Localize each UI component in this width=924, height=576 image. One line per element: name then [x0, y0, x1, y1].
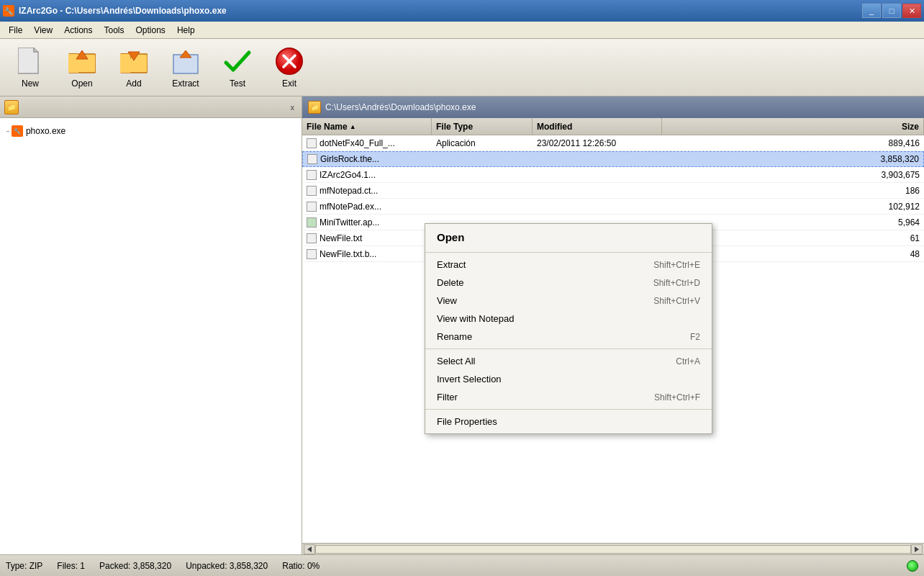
menu-view[interactable]: View — [28, 24, 58, 37]
file-icon — [307, 138, 317, 148]
status-type: Type: ZIP — [6, 561, 42, 571]
table-row[interactable]: mfNotePad.ex... 102,912 — [302, 199, 924, 215]
file-name-cell: mfNotePad.ex... — [302, 202, 432, 212]
menu-bar: File View Actions Tools Options Help — [0, 22, 924, 39]
tree-file-icon: 🔧 — [12, 125, 23, 137]
status-bar: Type: ZIP Files: 1 Packed: 3,858,320 Unp… — [0, 554, 924, 576]
ctx-view[interactable]: View Shift+Ctrl+V — [425, 292, 712, 310]
window-title: IZArc2Go - C:\Users\Andrés\Downloads\pho… — [19, 6, 227, 16]
exit-button[interactable]: Exit — [265, 43, 314, 92]
title-bar-left: 🔧 IZArc2Go - C:\Users\Andrés\Downloads\p… — [3, 5, 227, 17]
ctx-rename-label: Rename — [437, 331, 472, 342]
ctx-select-all-label: Select All — [437, 356, 475, 366]
ctx-select-all-shortcut: Ctrl+A — [676, 356, 700, 366]
right-panel-icon: 📁 — [308, 101, 321, 114]
ctx-view-label: View — [437, 295, 457, 306]
right-panel-path: C:\Users\Andrés\Downloads\phoxo.exe — [325, 102, 476, 112]
left-panel-icon: 📁 — [4, 100, 19, 114]
col-header-size[interactable]: Size — [662, 118, 924, 135]
title-bar: 🔧 IZArc2Go - C:\Users\Andrés\Downloads\p… — [0, 0, 924, 22]
tree-dots: ····· — [6, 127, 9, 135]
menu-tools[interactable]: Tools — [99, 24, 130, 37]
file-size-cell: 3,903,675 — [662, 170, 924, 180]
scrollbar-right-button[interactable] — [911, 544, 923, 554]
file-name-cell: GirlsRock.the... — [303, 154, 432, 164]
add-icon — [119, 47, 148, 76]
ctx-filter-shortcut: Shift+Ctrl+F — [654, 392, 700, 402]
file-icon — [307, 186, 317, 196]
exit-label: Exit — [282, 78, 296, 89]
ctx-filter[interactable]: Filter Shift+Ctrl+F — [425, 388, 712, 406]
ctx-open[interactable]: Open — [425, 227, 712, 249]
file-size-cell: 186 — [662, 186, 924, 196]
close-button[interactable]: ✕ — [902, 4, 921, 18]
file-name-cell: IZArc2Go4.1... — [302, 170, 432, 180]
extract-button[interactable]: Extract — [161, 43, 210, 92]
scrollbar-left-button[interactable] — [304, 544, 315, 554]
ctx-rename[interactable]: Rename F2 — [425, 328, 712, 346]
menu-help[interactable]: Help — [171, 24, 201, 37]
file-tree: ····· 🔧 phoxo.exe — [0, 118, 302, 554]
ctx-filter-label: Filter — [437, 392, 458, 402]
ctx-select-all[interactable]: Select All Ctrl+A — [425, 352, 712, 370]
file-icon — [307, 170, 317, 180]
horizontal-scrollbar — [302, 543, 924, 554]
ctx-delete[interactable]: Delete Shift+Ctrl+D — [425, 274, 712, 292]
ctx-invert-selection-label: Invert Selection — [437, 374, 502, 384]
scrollbar-track[interactable] — [315, 545, 911, 554]
col-header-name[interactable]: File Name ▲ — [302, 118, 432, 135]
ctx-invert-selection[interactable]: Invert Selection — [425, 370, 712, 388]
col-header-type[interactable]: File Type — [432, 118, 533, 135]
file-name-cell: MiniTwitter.ap... — [302, 217, 432, 228]
file-list-header: File Name ▲ File Type Modified Size — [302, 118, 924, 135]
left-panel-header: 📁 x — [0, 96, 302, 118]
new-button[interactable]: New — [6, 43, 55, 92]
menu-options[interactable]: Options — [130, 24, 171, 37]
ctx-file-properties[interactable]: File Properties — [425, 413, 712, 431]
status-unpacked: Unpacked: 3,858,320 — [186, 561, 268, 571]
menu-actions[interactable]: Actions — [58, 24, 98, 37]
ctx-extract[interactable]: Extract Shift+Ctrl+E — [425, 256, 712, 274]
svg-marker-11 — [180, 50, 191, 58]
open-icon — [68, 47, 96, 76]
right-arrow-icon — [915, 546, 919, 552]
status-packed: Packed: 3,858,320 — [99, 561, 171, 571]
file-name-cell: dotNetFx40_Full_... — [302, 138, 432, 148]
menu-file[interactable]: File — [3, 24, 28, 37]
ctx-view-shortcut: Shift+Ctrl+V — [653, 296, 700, 306]
exit-icon — [275, 47, 304, 76]
table-row[interactable]: IZArc2Go4.1... 3,903,675 — [302, 167, 924, 183]
ctx-separator-3 — [425, 409, 712, 410]
window-controls: _ □ ✕ — [862, 4, 921, 18]
svg-marker-1 — [34, 48, 38, 52]
col-header-modified[interactable]: Modified — [533, 118, 662, 135]
left-panel-close[interactable]: x — [288, 102, 298, 113]
open-label: Open — [71, 78, 92, 89]
left-panel: 📁 x ····· 🔧 phoxo.exe — [0, 96, 302, 554]
ctx-delete-shortcut: Shift+Ctrl+D — [653, 278, 700, 288]
table-row[interactable]: dotNetFx40_Full_... Aplicación 23/02/201… — [302, 135, 924, 151]
minimize-button[interactable]: _ — [862, 4, 881, 18]
file-size-cell: 102,912 — [662, 202, 924, 212]
file-icon — [307, 233, 317, 243]
file-name-cell: mfNotepad.ct... — [302, 186, 432, 196]
file-icon — [307, 154, 317, 164]
add-button[interactable]: Add — [109, 43, 158, 92]
table-row[interactable]: GirlsRock.the... 3,858,320 — [302, 151, 924, 167]
maximize-button[interactable]: □ — [882, 4, 901, 18]
ctx-extract-label: Extract — [437, 259, 466, 270]
open-button[interactable]: Open — [58, 43, 107, 92]
new-icon — [16, 47, 45, 76]
status-ratio: Ratio: 0% — [282, 561, 320, 571]
table-row[interactable]: mfNotepad.ct... 186 — [302, 183, 924, 199]
test-button[interactable]: Test — [213, 43, 262, 92]
tree-item[interactable]: ····· 🔧 phoxo.exe — [3, 124, 299, 138]
right-panel-header: 📁 C:\Users\Andrés\Downloads\phoxo.exe — [302, 96, 924, 118]
ctx-separator-1 — [425, 252, 712, 253]
ctx-rename-shortcut: F2 — [690, 332, 700, 342]
ctx-view-notepad[interactable]: View with Notepad — [425, 310, 712, 328]
file-icon — [307, 202, 317, 212]
sort-arrow: ▲ — [350, 123, 356, 130]
ctx-open-label: Open — [437, 231, 464, 243]
ctx-view-notepad-label: View with Notepad — [437, 313, 514, 324]
